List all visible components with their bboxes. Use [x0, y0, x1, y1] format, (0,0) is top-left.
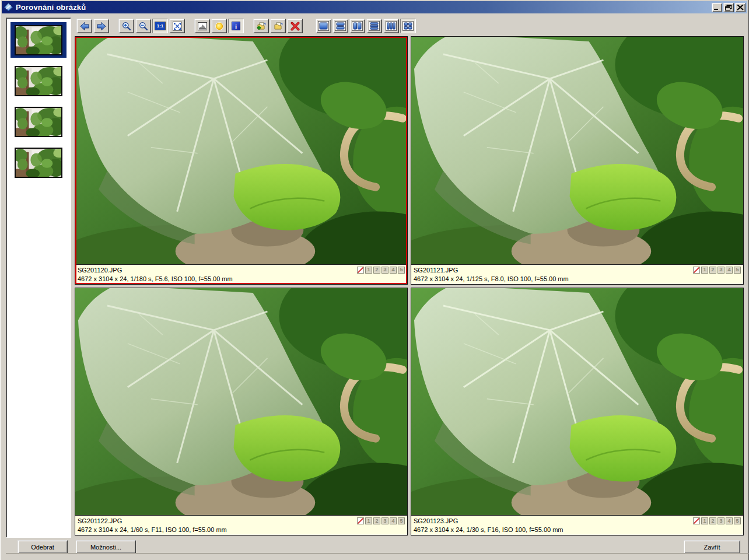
comparison-grid: SG201120.JPG 4672 x 3104 x 24, 1/180 s, …: [75, 36, 744, 536]
close-button[interactable]: [735, 3, 746, 12]
thumbnail-image-4: [15, 148, 62, 178]
rating-5-button[interactable]: 5: [734, 267, 741, 274]
toolbar: 1:1 i: [76, 19, 416, 34]
remove-button[interactable]: Odebrat: [18, 540, 68, 554]
previous-image-button[interactable]: [76, 19, 92, 33]
magnifier-plus-icon: [122, 22, 131, 31]
rating-5-button[interactable]: 5: [398, 267, 405, 274]
restore-icon: [725, 5, 732, 10]
magnifier-minus-icon: [139, 22, 148, 31]
image-filename: SG201122.JPG: [78, 517, 405, 526]
add-image-button[interactable]: [253, 19, 269, 33]
zoom-out-button[interactable]: [135, 19, 151, 33]
rating-4-button[interactable]: 4: [390, 267, 397, 274]
options-button[interactable]: Možnosti...: [76, 540, 136, 554]
rating-none-button[interactable]: [357, 517, 364, 524]
red-slash-icon: [694, 267, 699, 273]
rating-1-button[interactable]: 1: [365, 267, 372, 274]
thumbnail-item-2[interactable]: [10, 63, 66, 99]
restore-button[interactable]: [723, 3, 734, 12]
image-caption-2: SG201121.JPG 4672 x 3104 x 24, 1/125 s, …: [411, 264, 743, 284]
red-slash-icon: [358, 518, 363, 524]
rating-none-button[interactable]: [693, 517, 700, 524]
rating-5-button[interactable]: 5: [734, 517, 741, 524]
folder-arrow-icon: [274, 22, 283, 31]
rating-none-button[interactable]: [693, 267, 700, 274]
image-exif-info: 4672 x 3104 x 24, 1/60 s, F11, ISO 100, …: [78, 526, 405, 534]
image-panel-1[interactable]: SG201120.JPG 4672 x 3104 x 24, 1/180 s, …: [75, 36, 408, 285]
rating-2-button[interactable]: 2: [709, 517, 716, 524]
histogram-button[interactable]: [194, 19, 210, 33]
rating-3-button[interactable]: 3: [382, 517, 388, 524]
app-window: Porovnání obrázků: [0, 0, 749, 560]
rating-4-button[interactable]: 4: [726, 267, 733, 274]
rating-2-button[interactable]: 2: [373, 267, 380, 274]
minimize-button[interactable]: [712, 3, 722, 12]
image-caption-3: SG201122.JPG 4672 x 3104 x 24, 1/60 s, F…: [75, 515, 407, 535]
rating-1-button[interactable]: 1: [365, 517, 372, 524]
thumbnail-image-2: [15, 66, 62, 96]
next-image-button[interactable]: [93, 19, 109, 33]
image-caption-1: SG201120.JPG 4672 x 3104 x 24, 1/180 s, …: [75, 264, 407, 284]
red-slash-icon: [358, 267, 363, 273]
zoom-in-button[interactable]: [118, 19, 134, 33]
brightness-button[interactable]: [211, 19, 227, 33]
layout-single-icon: [318, 21, 329, 31]
thumbnail-list[interactable]: [6, 18, 71, 538]
folder-plus-icon: [257, 22, 266, 31]
thumbnail-item-4[interactable]: [10, 145, 66, 180]
image-panel-4[interactable]: SG201123.JPG 4672 x 3104 x 24, 1/30 s, F…: [411, 288, 744, 536]
image-panel-2[interactable]: SG201121.JPG 4672 x 3104 x 24, 1/125 s, …: [411, 36, 744, 285]
arrow-right-icon: [97, 22, 106, 31]
image-exif-info: 4672 x 3104 x 24, 1/30 s, F16, ISO 100, …: [414, 526, 741, 534]
replace-image-button[interactable]: [270, 19, 286, 33]
layout-2-columns-icon: [352, 21, 363, 31]
close-icon: [737, 5, 744, 10]
image-caption-4: SG201123.JPG 4672 x 3104 x 24, 1/30 s, F…: [411, 515, 743, 535]
thumbnail-image-1: [15, 25, 62, 55]
layout-2x2-grid-icon: [402, 21, 414, 31]
rating-badges: 1 2 3 4 5: [357, 267, 405, 274]
sun-icon: [215, 22, 224, 31]
image-view-1[interactable]: [75, 37, 407, 264]
layout-2-columns-button[interactable]: [349, 19, 365, 33]
rating-4-button[interactable]: 4: [390, 517, 397, 524]
rating-badges: 1 2 3 4 5: [693, 517, 741, 524]
image-view-4[interactable]: [411, 288, 743, 516]
layout-3-rows-button[interactable]: [366, 19, 382, 33]
red-slash-icon: [694, 518, 699, 524]
layout-2-rows-button[interactable]: [332, 19, 348, 33]
rating-none-button[interactable]: [357, 267, 364, 274]
rating-3-button[interactable]: 3: [718, 517, 724, 524]
rating-2-button[interactable]: 2: [709, 267, 716, 274]
actual-size-button[interactable]: 1:1: [152, 19, 168, 33]
image-view-2[interactable]: [411, 37, 743, 264]
layout-single-button[interactable]: [316, 19, 331, 33]
app-icon: [4, 2, 13, 12]
rating-3-button[interactable]: 3: [382, 267, 388, 274]
image-filename: SG201120.JPG: [78, 266, 405, 275]
rating-1-button[interactable]: 1: [701, 517, 708, 524]
fit-to-window-button[interactable]: [169, 19, 185, 33]
layout-3-rows-icon: [369, 21, 380, 31]
thumbnail-item-1[interactable]: [10, 22, 66, 58]
thumbnail-item-3[interactable]: [10, 104, 66, 139]
layout-2-rows-icon: [335, 21, 346, 31]
titlebar[interactable]: Porovnání obrázků: [2, 1, 747, 13]
rating-2-button[interactable]: 2: [373, 517, 380, 524]
image-filename: SG201121.JPG: [414, 266, 741, 275]
rating-5-button[interactable]: 5: [398, 517, 405, 524]
layout-2x2-grid-button[interactable]: [400, 19, 416, 33]
rating-1-button[interactable]: 1: [701, 267, 708, 274]
window-title: Porovnání obrázků: [16, 3, 712, 12]
close-dialog-button[interactable]: Zavřít: [684, 540, 740, 554]
image-view-3[interactable]: [75, 288, 407, 516]
remove-image-button[interactable]: [287, 19, 303, 33]
layout-3-columns-button[interactable]: [383, 19, 399, 33]
rating-3-button[interactable]: 3: [718, 267, 724, 274]
image-panel-3[interactable]: SG201122.JPG 4672 x 3104 x 24, 1/60 s, F…: [75, 288, 408, 536]
info-button[interactable]: i: [228, 19, 244, 33]
layout-3-columns-icon: [386, 21, 397, 31]
rating-4-button[interactable]: 4: [726, 517, 733, 524]
fit-arrows-icon: [173, 22, 182, 31]
